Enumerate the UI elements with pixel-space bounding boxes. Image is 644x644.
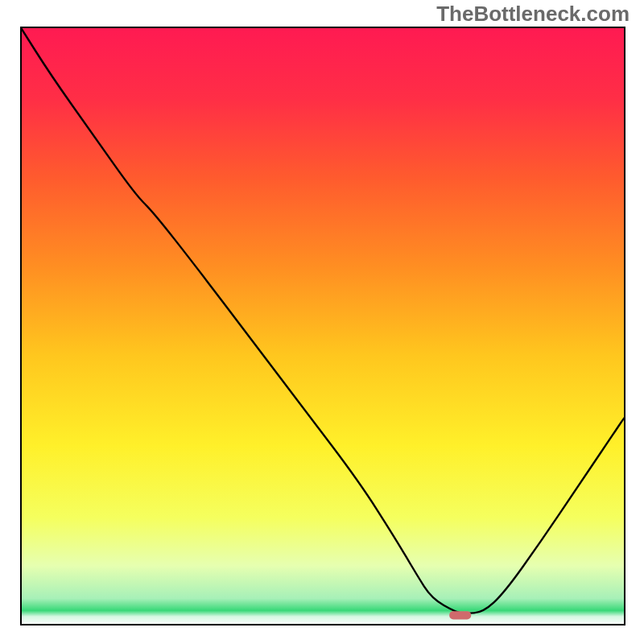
chart-container: TheBottleneck.com bbox=[0, 0, 644, 644]
chart-svg bbox=[20, 27, 625, 625]
gradient-rect bbox=[20, 27, 625, 625]
minimum-marker bbox=[449, 611, 471, 619]
watermark-text: TheBottleneck.com bbox=[436, 2, 630, 27]
plot-area bbox=[20, 27, 625, 625]
